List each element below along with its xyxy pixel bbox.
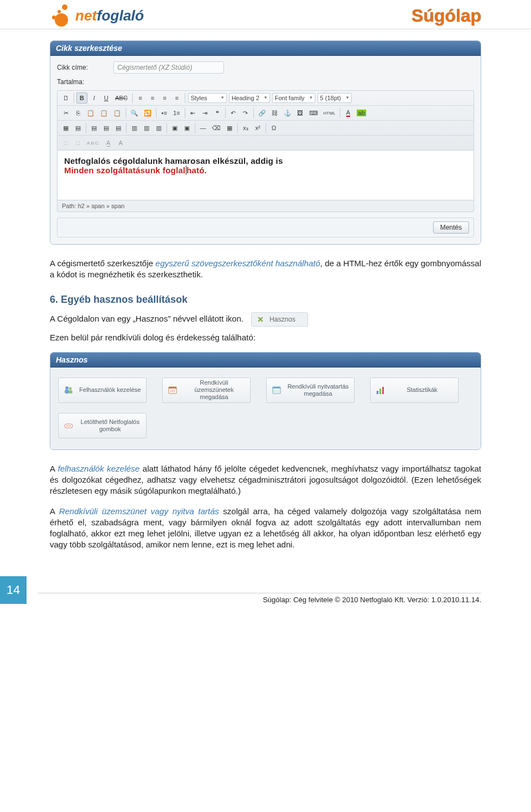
title-label: Cikk címe: [57, 64, 107, 71]
link-icon[interactable]: 🔗 [256, 107, 268, 118]
page-number: 14 [0, 576, 27, 604]
unlink-icon[interactable]: ⛓ [269, 107, 280, 118]
hr-icon[interactable]: — [197, 122, 209, 133]
hasznos-tab-label: Hasznos [269, 316, 295, 323]
editor-toolbar: 🗋 B I U ABC ≡ ≡ ≡ ≡ Styles Heading 2 Fon… [57, 90, 474, 151]
logo: netfoglaló [50, 4, 144, 27]
new-doc-icon[interactable]: 🗋 [60, 92, 71, 104]
sup-icon[interactable]: x² [252, 122, 263, 133]
italic-button[interactable]: I [88, 92, 100, 104]
hasznos-item-buttons[interactable]: Letölthető Netfoglalós gombok [58, 413, 147, 438]
ordered-list-icon[interactable]: 1≡ [171, 107, 183, 118]
bullet-list-icon[interactable]: •≡ [159, 107, 170, 118]
quote-icon[interactable]: ❝ [212, 107, 223, 118]
hasznos-item-label: Rendkívüli üzemszünetek megadása [183, 379, 246, 401]
hasznos-panel-title: Hasznos [50, 353, 481, 368]
find-icon[interactable]: 🔍 [128, 107, 140, 118]
indent-icon[interactable]: ⇥ [200, 107, 211, 118]
row-delete-icon[interactable]: ▤ [113, 122, 124, 133]
replace-icon[interactable]: 🔁 [142, 107, 154, 118]
hasznos-item-label: Statisztikák [391, 386, 454, 394]
svg-rect-13 [377, 391, 378, 394]
save-button[interactable]: Mentés [433, 221, 469, 234]
fontsize-select[interactable]: 5 (18pt) [317, 93, 352, 103]
row-before-icon[interactable]: ▤ [88, 122, 100, 133]
hasznos-item-downtime[interactable]: Rendkívüli üzemszünetek megadása [162, 377, 251, 403]
svg-point-2 [69, 387, 72, 390]
anchor-icon[interactable]: ⚓ [282, 107, 294, 118]
merge-icon[interactable]: ▣ [169, 122, 180, 133]
table-icon[interactable]: ▦ [60, 122, 71, 133]
page-header: netfoglaló Súgólap [0, 0, 531, 29]
hasznos-item-label: Letölthető Netfoglalós gombok [79, 418, 142, 433]
charmap-icon[interactable]: Ω [268, 122, 279, 133]
row-after-icon[interactable]: ▤ [101, 122, 112, 133]
paragraph-below-tab: Ezen belül pár rendkívüli dolog és érdek… [50, 332, 481, 343]
col-after-icon[interactable]: ▥ [141, 122, 152, 133]
editor-panel: Cikk szerkesztése Cikk címe: Cégismertet… [50, 40, 481, 245]
calendar-open-icon [271, 385, 282, 396]
align-center-icon[interactable]: ≡ [147, 92, 158, 104]
hasznos-item-openhours[interactable]: Rendkívüli nyitvatartás megadása [266, 377, 355, 403]
paragraph-intro: A cégismertető szerkesztője egyszerű szö… [50, 258, 481, 281]
paragraph-hasznos-icon: A Cégoldalon van egy „Hasznos” névvel el… [50, 313, 243, 324]
bold-button[interactable]: B [76, 92, 87, 104]
users-icon [63, 385, 74, 396]
content-label: Tartalma: [57, 78, 107, 86]
svg-rect-14 [379, 389, 381, 394]
title-input[interactable]: Cégismertető (XZ Stúdió) [113, 61, 224, 74]
acronym-icon[interactable]: A̲ [103, 137, 114, 148]
cut-icon[interactable]: ✂ [60, 107, 71, 118]
table-row-icon[interactable]: ▤ [72, 122, 84, 133]
backcolor-icon[interactable]: ab [355, 107, 368, 118]
col-before-icon[interactable]: ▥ [129, 122, 140, 133]
image-icon[interactable]: 🖼 [295, 107, 306, 118]
footer-text: Súgólap: Cég felvitele © 2010 Netfoglaló… [38, 593, 481, 604]
align-justify-icon[interactable]: ≡ [171, 92, 183, 104]
hasznos-item-users[interactable]: Felhasználók kezelése [58, 377, 147, 403]
editor-panel-title: Cikk szerkesztése [50, 41, 481, 56]
spellcheck-icon[interactable]: ⬚ [60, 137, 71, 148]
calendar-icon [167, 385, 178, 396]
paste-text-icon[interactable]: 📋 [98, 107, 110, 118]
svg-point-19 [70, 425, 71, 426]
html-icon[interactable]: HTML [321, 107, 338, 118]
copy-icon[interactable]: ⎘ [72, 107, 84, 118]
strike-button[interactable]: ABC [113, 92, 130, 104]
svg-rect-1 [65, 390, 69, 394]
del-icon[interactable]: A [115, 137, 126, 148]
remove-format-icon[interactable]: ⌫ [210, 122, 223, 133]
layer-icon[interactable]: ⬚ [72, 137, 84, 148]
paste-icon[interactable]: 📋 [85, 107, 97, 118]
svg-rect-3 [69, 390, 72, 394]
align-left-icon[interactable]: ≡ [135, 92, 146, 104]
editor-path: Path: h2 » span » span [57, 200, 474, 212]
sub-icon[interactable]: x₂ [240, 122, 251, 133]
download-button-icon [63, 420, 74, 431]
svg-point-0 [65, 386, 69, 390]
styles-select[interactable]: Styles [188, 93, 227, 103]
hasznos-item-stats[interactable]: Statisztikák [370, 377, 459, 403]
align-right-icon[interactable]: ≡ [159, 92, 170, 104]
outdent-icon[interactable]: ⇤ [188, 107, 199, 118]
format-select[interactable]: Heading 2 [229, 93, 270, 103]
editor-canvas[interactable]: Netfoglalós cégoldalunk hamarosan elkész… [57, 151, 474, 200]
underline-button[interactable]: U [101, 92, 112, 104]
fontfamily-select[interactable]: Font family [272, 93, 315, 103]
visualaid-icon[interactable]: ▦ [224, 122, 235, 133]
abbr-icon[interactable]: A.B.C. [85, 137, 102, 148]
barchart-icon [375, 385, 386, 396]
col-delete-icon[interactable]: ▥ [153, 122, 164, 133]
paragraph-users: A felhasználók kezelése alatt láthatod h… [50, 463, 481, 497]
svg-rect-5 [169, 387, 176, 389]
split-icon[interactable]: ▣ [181, 122, 192, 133]
undo-icon[interactable]: ↶ [228, 107, 239, 118]
code-icon[interactable]: ⌨ [307, 107, 320, 118]
logo-mark-icon [50, 4, 72, 27]
close-icon[interactable]: ✕ [256, 315, 265, 324]
forecolor-icon[interactable]: A [342, 107, 353, 118]
svg-point-18 [68, 425, 69, 426]
redo-icon[interactable]: ↷ [240, 107, 251, 118]
hasznos-tab-button[interactable]: ✕ Hasznos [251, 312, 308, 327]
paste-word-icon[interactable]: 📋 [111, 107, 123, 118]
